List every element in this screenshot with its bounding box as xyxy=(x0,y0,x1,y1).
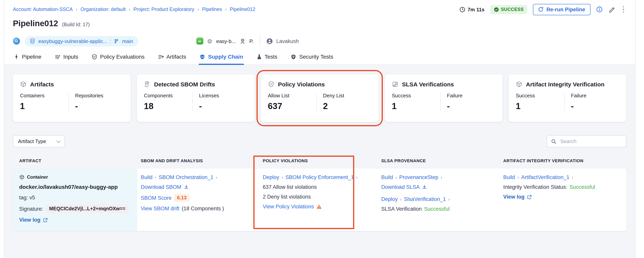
policy-violations-cell: Deploy › SBOM Policy Enforcement_1 › 637… xyxy=(259,168,378,231)
stat-label: Failure xyxy=(571,93,619,98)
chevron-separator: › xyxy=(155,174,156,180)
sbom-score-badge: 6.13 xyxy=(174,194,190,202)
signature-value[interactable]: MEQCICde2Vjl...L+2+mqnOXw== xyxy=(46,204,129,213)
card-artifact-integrity: Artifact Integrity Verification Success … xyxy=(509,74,626,122)
supply-chain-panel: Artifacts Containers 1 Repositories - xyxy=(4,65,635,258)
artifacts-list-icon xyxy=(158,54,164,60)
breadcrumb-pipelines[interactable]: Pipelines xyxy=(202,7,222,12)
page-header: Account: Automation-SSCA › Organization:… xyxy=(4,0,635,65)
stat-value: 1 xyxy=(392,101,440,112)
deny-list-violations: 2 Deny list violations xyxy=(263,194,311,200)
cube-icon xyxy=(20,81,26,88)
kebab-menu-icon[interactable] xyxy=(620,6,626,14)
sbom-stage-link[interactable]: Build xyxy=(141,174,152,180)
policy-shield-icon xyxy=(92,54,97,60)
breadcrumb-project[interactable]: Project: Product Exploratory xyxy=(133,7,194,12)
info-icon[interactable] xyxy=(596,6,602,12)
run-duration: 7m 11s xyxy=(459,6,484,12)
allow-list-violations: 637 Allow list violations xyxy=(263,184,317,190)
refresh-icon xyxy=(538,7,544,12)
repository-name[interactable]: easybuggy-vulnerable-applic... xyxy=(38,38,107,44)
stat-label: Success xyxy=(392,93,440,98)
integrity-step-link[interactable]: ArtifactVerification_1 xyxy=(521,174,569,180)
rerun-pipeline-button[interactable]: Re-run Pipeline xyxy=(533,4,590,15)
edit-pencil-icon[interactable] xyxy=(608,6,614,12)
slsa-step1-link[interactable]: ProvenanceStep xyxy=(399,174,438,180)
slsa-stage1-link[interactable]: Build xyxy=(381,174,393,180)
policy-stage-link[interactable]: Deploy xyxy=(263,174,279,180)
repository-icon xyxy=(30,38,35,44)
header-sbom: SBOM AND DRIFT ANALYSIS xyxy=(137,158,259,163)
tab-artifacts[interactable]: Artifacts xyxy=(157,50,187,64)
breadcrumb-organization[interactable]: Organization: default xyxy=(80,7,126,12)
integrity-status-label: Integrity Verification Status: xyxy=(503,184,567,190)
breadcrumb-pipeline012[interactable]: Pipeline012 xyxy=(230,7,255,12)
screen: Account: Automation-SSCA › Organization:… xyxy=(0,0,644,258)
breadcrumb-account[interactable]: Account: Automation-SSCA xyxy=(13,7,73,12)
branch-name[interactable]: main xyxy=(122,38,133,44)
triggered-by-user: Lavakush xyxy=(276,38,299,44)
header-policy-violations: POLICY VIOLATIONS xyxy=(259,158,378,163)
chevron-separator: › xyxy=(448,196,450,202)
inputs-icon xyxy=(55,54,60,60)
status-badge: SUCCESS xyxy=(490,5,527,14)
tab-pipeline[interactable]: Pipeline xyxy=(13,50,42,64)
view-log-link[interactable]: View log xyxy=(19,217,40,223)
card-policy-violations: Policy Violations Allow List 637 Deny Li… xyxy=(261,74,378,122)
sbom-step-link[interactable]: SBOM Orchestration_1 xyxy=(159,174,213,180)
stat-value: 1 xyxy=(20,101,68,112)
table-header-row: ARTIFACT SBOM AND DRIFT ANALYSIS POLICY … xyxy=(13,158,626,163)
view-policy-violations-link[interactable]: View Policy Violations xyxy=(263,204,314,210)
card-slsa-verifications: SLSA Verifications Success 1 Failure - xyxy=(385,74,502,122)
integrity-status: Successful xyxy=(570,184,595,190)
stat-value: - xyxy=(447,101,496,112)
container-cube-icon xyxy=(19,174,25,180)
repository-pill[interactable]: easybuggy-vulnerable-applic... main xyxy=(25,36,138,46)
execution-source-icon xyxy=(13,38,20,44)
integrity-stage-link[interactable]: Build xyxy=(503,174,515,180)
chevron-separator: › xyxy=(572,174,573,180)
download-sbom-link[interactable]: Download SBOM xyxy=(141,184,181,190)
chevron-down-icon xyxy=(56,139,60,143)
integrity-verification-cell: Build › ArtifactVerification_1 › Integri… xyxy=(500,168,626,231)
breadcrumb-separator: › xyxy=(198,7,199,12)
environment-ref[interactable]: P. xyxy=(250,38,254,44)
view-sbom-drift-link[interactable]: View SBOM drift xyxy=(141,206,180,212)
search-box xyxy=(547,135,626,147)
slsa-stage2-link[interactable]: Deploy xyxy=(381,196,398,202)
tab-supply-chain[interactable]: Supply Chain xyxy=(199,50,244,64)
slsa-step2-link[interactable]: SlsaVerification_1 xyxy=(404,196,446,202)
card-title: Policy Violations xyxy=(278,81,325,88)
policy-step-link[interactable]: SBOM Policy Enforcement_1 xyxy=(286,174,354,180)
chevron-separator: › xyxy=(216,174,217,180)
breadcrumb-separator: › xyxy=(129,7,130,12)
tab-inputs[interactable]: Inputs xyxy=(54,50,79,64)
artifact-type-label: Artifact Type xyxy=(18,138,46,144)
download-icon xyxy=(422,184,427,190)
stat-value: - xyxy=(199,101,248,112)
pipeline-module-icon: ∞ xyxy=(196,38,203,44)
tab-tests[interactable]: Tests xyxy=(256,50,278,64)
header-slsa-provenance: SLSA PROVENANCE xyxy=(378,158,500,163)
build-id: (Build Id: 17) xyxy=(62,22,90,27)
sbom-score-link[interactable]: SBOM Score xyxy=(141,195,172,201)
stat-value: 1 xyxy=(516,101,564,112)
chevron-separator: › xyxy=(356,174,358,180)
stat-value: 2 xyxy=(323,101,372,112)
tests-flask-icon xyxy=(256,54,262,60)
tab-security-tests[interactable]: Security Tests xyxy=(290,50,334,64)
slsa-verification-label: SLSA Verification xyxy=(381,206,422,212)
card-artifacts: Artifacts Containers 1 Repositories - xyxy=(13,74,130,122)
gear-icon: ⚙ xyxy=(207,38,212,44)
stat-value: 18 xyxy=(144,101,192,112)
search-input[interactable] xyxy=(560,138,622,145)
artifact-type-dropdown[interactable]: Artifact Type xyxy=(13,135,65,147)
stat-label: Components xyxy=(144,93,192,98)
breadcrumb: Account: Automation-SSCA › Organization:… xyxy=(13,7,255,12)
view-log-link[interactable]: View log xyxy=(503,194,524,200)
tab-policy-evaluations[interactable]: Policy Evaluations xyxy=(91,50,145,64)
trigger-pipeline-name[interactable]: easy-b... xyxy=(216,38,236,44)
check-circle-icon xyxy=(494,7,499,12)
artifact-tag: tag: v5 xyxy=(19,195,131,200)
download-slsa-link[interactable]: Download SLSA xyxy=(381,184,420,190)
